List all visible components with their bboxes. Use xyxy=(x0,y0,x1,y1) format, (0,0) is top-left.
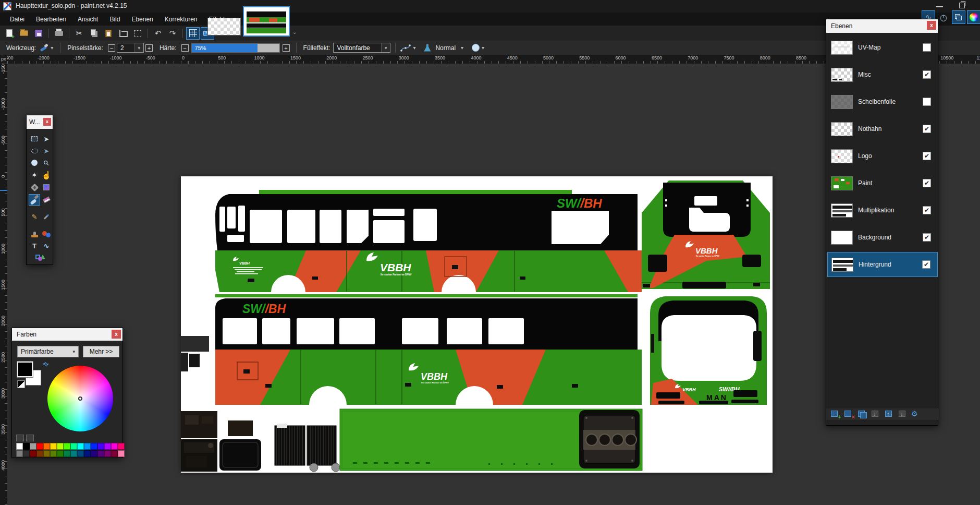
layer-row-nothahn[interactable]: Nothahn✔ xyxy=(827,116,938,141)
new-file-button[interactable] xyxy=(3,27,16,40)
canvas-texture[interactable]: SW//BH VBBH VBB xyxy=(181,176,773,473)
layer-visibility-checkbox[interactable]: ✔ xyxy=(923,125,931,133)
current-tool-brush-icon[interactable] xyxy=(39,44,48,52)
layer-visibility-checkbox[interactable]: ✔ xyxy=(923,179,931,187)
magic-wand-tool[interactable]: ✶ xyxy=(29,169,40,181)
rectangle-select-tool[interactable] xyxy=(29,133,40,145)
gradient-tool[interactable] xyxy=(41,182,52,193)
pencil-tool[interactable]: ✎ xyxy=(29,211,40,222)
palette-swatch[interactable] xyxy=(77,443,84,450)
palette-swatch[interactable] xyxy=(57,443,64,450)
menu-korrekturen[interactable]: Korrekturen xyxy=(159,14,203,25)
palette-swatch[interactable] xyxy=(70,443,77,450)
palette-swatch[interactable] xyxy=(84,443,91,450)
add-color-button[interactable] xyxy=(16,435,24,441)
palette-swatch[interactable] xyxy=(50,450,57,457)
layer-row-logo[interactable]: Logo✔ xyxy=(827,143,938,169)
layer-properties-button[interactable]: ⚙ xyxy=(911,410,923,419)
palette-swatch[interactable] xyxy=(16,443,23,450)
delete-layer-button[interactable]: × xyxy=(843,410,855,419)
maximize-button[interactable] xyxy=(959,3,965,8)
history-window-toggle-button[interactable]: ◷ xyxy=(937,10,950,24)
layer-row-background[interactable]: Background✔ xyxy=(827,225,938,250)
palette-swatch[interactable] xyxy=(64,443,70,450)
canvas[interactable]: SW//BH VBBH VBB xyxy=(181,176,773,473)
layer-row-scheibenfolie[interactable]: Scheibenfolie xyxy=(827,89,938,114)
layer-row-paint[interactable]: Paint✔ xyxy=(827,171,938,196)
undo-button[interactable]: ↶ xyxy=(151,27,165,40)
more-options-button[interactable]: Mehr >> xyxy=(83,346,119,357)
curve-dropdown-chevron-icon[interactable]: ▾ xyxy=(413,45,415,51)
palette-swatch[interactable] xyxy=(111,443,118,450)
layer-row-multiplikation[interactable]: Multiplikation✔ xyxy=(827,198,938,223)
reset-colors-swatch[interactable] xyxy=(17,380,25,388)
duplicate-layer-button[interactable] xyxy=(857,410,868,419)
deselect-button[interactable] xyxy=(131,27,144,40)
open-file-button[interactable] xyxy=(17,27,31,40)
layer-visibility-checkbox[interactable] xyxy=(923,43,931,52)
text-tool-tool[interactable]: T xyxy=(29,240,40,251)
layers-window-close-icon[interactable]: x xyxy=(927,21,936,30)
layer-row-uv-map[interactable]: UV-Map xyxy=(827,35,938,60)
image-tab-active[interactable] xyxy=(243,6,290,37)
redo-button[interactable]: ↷ xyxy=(166,27,179,40)
minimize-button[interactable] xyxy=(936,6,943,7)
palette-swatch[interactable] xyxy=(77,450,84,457)
menu-ebenen[interactable]: Ebenen xyxy=(126,14,158,25)
brush-width-decrease-button[interactable]: − xyxy=(108,44,115,52)
palette-swatch[interactable] xyxy=(84,450,91,457)
palette-swatch[interactable] xyxy=(64,450,70,457)
menu-datei[interactable]: Datei xyxy=(4,14,30,25)
save-button[interactable] xyxy=(32,27,45,40)
paintbrush-tool[interactable] xyxy=(29,194,40,206)
cut-button[interactable]: ✂ xyxy=(72,27,86,40)
layer-visibility-checkbox[interactable]: ✔ xyxy=(922,260,930,269)
palette-swatch[interactable] xyxy=(91,443,97,450)
shapes-tool[interactable] xyxy=(34,252,46,263)
hardness-slider[interactable]: 75% xyxy=(191,43,280,53)
swap-colors-icon[interactable]: ⇄ xyxy=(42,359,51,368)
palette-swatch[interactable] xyxy=(43,450,50,457)
copy-button[interactable] xyxy=(87,27,101,40)
palette-swatch[interactable] xyxy=(30,443,36,450)
menu-bearbeiten[interactable]: Bearbeiten xyxy=(30,14,72,25)
palette-swatch[interactable] xyxy=(104,450,111,457)
curve-smoothing-icon[interactable] xyxy=(400,44,411,52)
clone-stamp-tool[interactable] xyxy=(29,229,40,240)
palette-swatch[interactable] xyxy=(111,450,118,457)
zoom-tool-tool[interactable]: ⚲ xyxy=(41,157,52,169)
primary-color-swatch[interactable] xyxy=(17,362,33,377)
fill-style-chevron-icon[interactable]: ▾ xyxy=(381,43,390,52)
toggle-grid-button[interactable] xyxy=(186,27,200,40)
palette-swatch[interactable] xyxy=(43,443,50,450)
palette-swatch[interactable] xyxy=(97,450,104,457)
hardness-decrease-button[interactable]: − xyxy=(181,44,189,52)
merge-layer-down-button[interactable]: ↓ xyxy=(871,410,882,419)
ellipse-select-tool[interactable] xyxy=(29,157,40,169)
move-selection-tool[interactable]: ➤ xyxy=(41,145,52,157)
tools-window-close-icon[interactable]: x xyxy=(43,118,51,126)
palette-swatch[interactable] xyxy=(16,450,23,457)
layers-window-toggle-button[interactable] xyxy=(952,10,965,24)
move-layer-down-button[interactable]: ↓ xyxy=(898,410,909,419)
layer-visibility-checkbox[interactable]: ✔ xyxy=(923,70,931,79)
palette-swatch[interactable] xyxy=(50,443,57,450)
add-layer-button[interactable]: + xyxy=(830,410,841,419)
lasso-select-tool[interactable] xyxy=(29,145,40,157)
layer-visibility-checkbox[interactable]: ✔ xyxy=(923,233,931,242)
menu-bild[interactable]: Bild xyxy=(104,14,126,25)
paste-button[interactable] xyxy=(102,27,115,40)
palette-swatch[interactable] xyxy=(23,443,30,450)
brush-width-combo[interactable]: 2 ▾ xyxy=(117,43,144,53)
image-tab-transparent[interactable] xyxy=(207,18,241,35)
move-layer-up-button[interactable]: ↑ xyxy=(884,410,896,419)
layer-visibility-checkbox[interactable] xyxy=(923,98,931,106)
eraser-tool[interactable] xyxy=(41,194,52,206)
palette-swatch[interactable] xyxy=(70,450,77,457)
menu-ansicht[interactable]: Ansicht xyxy=(72,14,104,25)
brush-width-chevron-icon[interactable]: ▾ xyxy=(134,43,143,52)
image-list-chevron-icon[interactable]: ⌄ xyxy=(291,28,298,35)
hardness-increase-button[interactable]: + xyxy=(283,44,290,52)
layer-row-misc[interactable]: Misc✔ xyxy=(827,62,938,87)
palette-menu-button[interactable] xyxy=(26,435,34,441)
